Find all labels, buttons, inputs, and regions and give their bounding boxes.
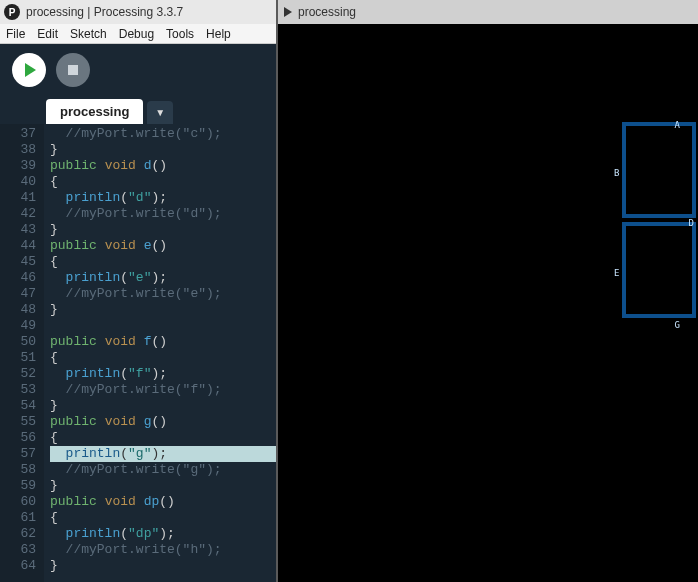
line-number: 37 — [0, 126, 36, 142]
line-number: 41 — [0, 190, 36, 206]
line-number: 62 — [0, 526, 36, 542]
line-number: 58 — [0, 462, 36, 478]
code-line[interactable]: //myPort.write("e"); — [50, 286, 276, 302]
code-line[interactable]: { — [50, 510, 276, 526]
code-line[interactable] — [50, 318, 276, 334]
code-area[interactable]: //myPort.write("c");}public void d(){ pr… — [44, 124, 276, 582]
code-line[interactable]: } — [50, 478, 276, 494]
tab-menu-button[interactable]: ▼ — [147, 101, 173, 124]
code-editor[interactable]: 3738394041424344454647484950515253545556… — [0, 124, 276, 582]
line-number: 47 — [0, 286, 36, 302]
sketch-titlebar[interactable]: processing — [278, 0, 698, 24]
code-line[interactable]: public void e() — [50, 238, 276, 254]
code-line[interactable]: { — [50, 350, 276, 366]
code-line[interactable]: //myPort.write("h"); — [50, 542, 276, 558]
segment-label-e: E — [614, 268, 619, 278]
segment-label-g: G — [675, 320, 680, 330]
line-number: 46 — [0, 270, 36, 286]
line-number: 57 — [0, 446, 36, 462]
code-line[interactable]: //myPort.write("g"); — [50, 462, 276, 478]
code-line[interactable]: println("g"); — [50, 446, 276, 462]
line-number: 44 — [0, 238, 36, 254]
line-number: 40 — [0, 174, 36, 190]
tab-processing[interactable]: processing — [46, 99, 143, 124]
line-gutter: 3738394041424344454647484950515253545556… — [0, 124, 44, 582]
menu-tools[interactable]: Tools — [166, 27, 194, 41]
code-line[interactable]: //myPort.write("c"); — [50, 126, 276, 142]
menu-bar: File Edit Sketch Debug Tools Help — [0, 24, 276, 44]
segment-label-a: A — [675, 120, 680, 130]
play-icon — [25, 63, 36, 77]
segment-label-b: B — [614, 168, 619, 178]
code-line[interactable]: println("f"); — [50, 366, 276, 382]
sketch-window: processing A B D E G — [276, 0, 698, 582]
segment-label-d: D — [689, 218, 694, 228]
menu-edit[interactable]: Edit — [37, 27, 58, 41]
line-number: 53 — [0, 382, 36, 398]
line-number: 52 — [0, 366, 36, 382]
code-line[interactable]: } — [50, 142, 276, 158]
code-line[interactable]: } — [50, 302, 276, 318]
code-line[interactable]: println("dp"); — [50, 526, 276, 542]
line-number: 56 — [0, 430, 36, 446]
line-number: 43 — [0, 222, 36, 238]
menu-help[interactable]: Help — [206, 27, 231, 41]
stop-icon — [68, 65, 78, 75]
seven-segment-display: A B D E G — [618, 122, 698, 332]
editor-window: P processing | Processing 3.3.7 File Edi… — [0, 0, 276, 582]
line-number: 42 — [0, 206, 36, 222]
code-line[interactable]: } — [50, 398, 276, 414]
segment-upper — [622, 122, 696, 218]
code-line[interactable]: { — [50, 430, 276, 446]
code-line[interactable]: //myPort.write("f"); — [50, 382, 276, 398]
sketch-title: processing — [298, 5, 356, 19]
code-line[interactable]: public void g() — [50, 414, 276, 430]
line-number: 49 — [0, 318, 36, 334]
run-button[interactable] — [12, 53, 46, 87]
window-title: processing | Processing 3.3.7 — [26, 5, 183, 19]
sketch-play-icon — [282, 7, 292, 17]
line-number: 39 — [0, 158, 36, 174]
line-number: 59 — [0, 478, 36, 494]
line-number: 60 — [0, 494, 36, 510]
tab-bar: processing ▼ — [0, 96, 276, 124]
menu-debug[interactable]: Debug — [119, 27, 154, 41]
code-line[interactable]: } — [50, 222, 276, 238]
line-number: 48 — [0, 302, 36, 318]
line-number: 64 — [0, 558, 36, 574]
editor-titlebar[interactable]: P processing | Processing 3.3.7 — [0, 0, 276, 24]
code-line[interactable]: { — [50, 254, 276, 270]
line-number: 63 — [0, 542, 36, 558]
line-number: 61 — [0, 510, 36, 526]
code-line[interactable]: //myPort.write("d"); — [50, 206, 276, 222]
line-number: 55 — [0, 414, 36, 430]
code-line[interactable]: } — [50, 558, 276, 574]
line-number: 51 — [0, 350, 36, 366]
menu-sketch[interactable]: Sketch — [70, 27, 107, 41]
processing-app-icon: P — [4, 4, 20, 20]
code-line[interactable]: { — [50, 174, 276, 190]
line-number: 54 — [0, 398, 36, 414]
sketch-canvas: A B D E G — [278, 24, 698, 582]
line-number: 50 — [0, 334, 36, 350]
code-line[interactable]: public void dp() — [50, 494, 276, 510]
code-line[interactable]: public void d() — [50, 158, 276, 174]
line-number: 45 — [0, 254, 36, 270]
menu-file[interactable]: File — [6, 27, 25, 41]
segment-lower — [622, 222, 696, 318]
code-line[interactable]: println("d"); — [50, 190, 276, 206]
line-number: 38 — [0, 142, 36, 158]
code-line[interactable]: println("e"); — [50, 270, 276, 286]
stop-button[interactable] — [56, 53, 90, 87]
code-line[interactable]: public void f() — [50, 334, 276, 350]
toolbar — [0, 44, 276, 96]
